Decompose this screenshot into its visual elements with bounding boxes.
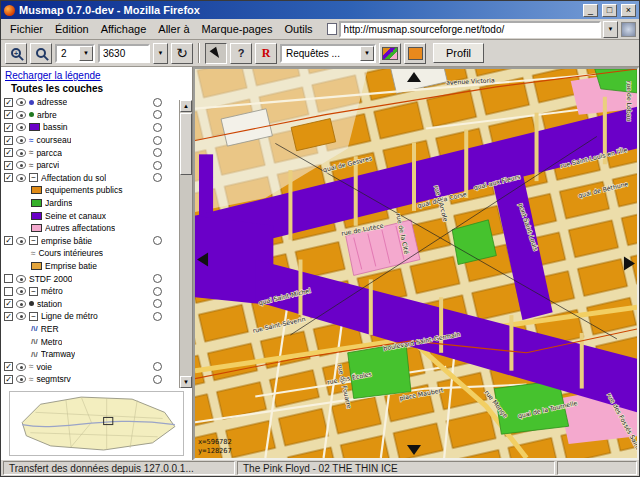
layer-checkbox[interactable] — [4, 274, 13, 283]
eye-icon[interactable] — [16, 300, 26, 308]
layer-radio[interactable] — [153, 110, 162, 119]
legend-subitem[interactable]: Seine et canaux — [1, 209, 178, 222]
layer-checkbox[interactable] — [4, 287, 13, 296]
layer-row[interactable]: STDF 2000 — [1, 272, 178, 285]
url-history-dropdown[interactable]: ▼ — [603, 21, 618, 38]
overview-minimap[interactable] — [9, 391, 184, 456]
layer-checkbox[interactable]: ✓ — [4, 148, 13, 157]
scrollbar-thumb[interactable] — [180, 113, 192, 175]
eye-icon[interactable] — [16, 174, 26, 182]
layer-checkbox[interactable]: ✓ — [4, 123, 13, 132]
maximize-button[interactable]: □ — [602, 4, 617, 17]
layer-radio[interactable] — [153, 148, 162, 157]
menu-marque-pages[interactable]: Marque-pages — [196, 21, 279, 37]
eye-icon[interactable] — [16, 136, 26, 144]
layer-row[interactable]: ✓≈parcca — [1, 146, 178, 159]
overview-map-button[interactable] — [379, 43, 401, 64]
layer-checkbox[interactable]: ✓ — [4, 110, 13, 119]
scale-dropdown-button[interactable]: ▼ — [153, 43, 168, 64]
minimize-button[interactable]: _ — [583, 4, 598, 17]
layer-checkbox[interactable]: ✓ — [4, 362, 13, 371]
layer-radio[interactable] — [153, 161, 162, 170]
eye-icon[interactable] — [16, 275, 26, 283]
layer-row[interactable]: ✓station — [1, 298, 178, 311]
eye-icon[interactable] — [16, 363, 26, 371]
eye-icon[interactable] — [16, 375, 26, 383]
menu-affichage[interactable]: Affichage — [95, 21, 153, 37]
layer-radio[interactable] — [153, 136, 162, 145]
eye-icon[interactable] — [16, 287, 26, 295]
expand-toggle-icon[interactable]: − — [29, 236, 38, 245]
layer-row[interactable]: ✓−emprise bâtie — [1, 235, 178, 248]
layer-row[interactable]: ✓−Affectation du sol — [1, 172, 178, 185]
layer-row[interactable]: ✓≈parcvi — [1, 159, 178, 172]
menu-aller-a[interactable]: Aller à — [152, 21, 195, 37]
layer-radio[interactable] — [153, 362, 162, 371]
eye-icon[interactable] — [16, 111, 26, 119]
eye-icon[interactable] — [16, 312, 26, 320]
reload-map-button[interactable]: ↻ — [171, 43, 193, 64]
help-tool-button[interactable]: ? — [230, 43, 252, 64]
legend-subitem[interactable]: /\/RER — [1, 323, 178, 336]
layer-checkbox[interactable]: ✓ — [4, 173, 13, 182]
expand-toggle-icon[interactable]: − — [29, 173, 38, 182]
legend-subitem[interactable]: /\/Tramway — [1, 348, 178, 361]
query-tool-button[interactable]: R — [255, 43, 277, 64]
eye-icon[interactable] — [16, 149, 26, 157]
layer-checkbox[interactable]: ✓ — [4, 98, 13, 107]
layer-checkbox[interactable]: ✓ — [4, 236, 13, 245]
layer-checkbox[interactable]: ✓ — [4, 136, 13, 145]
expand-toggle-icon[interactable]: − — [29, 312, 38, 321]
layer-checkbox[interactable]: ✓ — [4, 161, 13, 170]
layer-radio[interactable] — [153, 287, 162, 296]
legend-subitem[interactable]: Autres affectations — [1, 222, 178, 235]
layer-radio[interactable] — [153, 274, 162, 283]
zoom-level-select[interactable]: 2 ▼ — [55, 44, 95, 63]
layer-row[interactable]: ✓−Ligne de métro — [1, 310, 178, 323]
url-input[interactable] — [339, 21, 601, 38]
legend-subitem[interactable]: Jardins — [1, 197, 178, 210]
layer-checkbox[interactable]: ✓ — [4, 312, 13, 321]
layer-row[interactable]: ✓arbre — [1, 109, 178, 122]
layer-radio[interactable] — [153, 375, 162, 384]
map-canvas[interactable]: avenue Victoriarue de Lobauquai de Gesvr… — [193, 67, 639, 460]
layer-row[interactable]: −métro — [1, 285, 178, 298]
scale-input[interactable] — [98, 44, 150, 63]
scroll-down-icon[interactable]: ▼ — [180, 376, 192, 388]
zoom-page-button[interactable] — [30, 43, 52, 64]
zoom-in-button[interactable]: + — [5, 43, 27, 64]
close-button[interactable]: × — [621, 4, 636, 17]
reload-legend-link[interactable]: Recharger la légende — [1, 67, 192, 82]
legend-subitem[interactable]: ≈Cours intérieures — [1, 247, 178, 260]
legend-subitem[interactable]: Emprise batie — [1, 260, 178, 273]
eye-icon[interactable] — [16, 123, 26, 131]
layer-row[interactable]: ✓adresse — [1, 96, 178, 109]
scroll-up-icon[interactable]: ▲ — [180, 100, 192, 112]
legend-subitem[interactable]: /\/Metro — [1, 335, 178, 348]
legend-subitem[interactable]: equipements publics — [1, 184, 178, 197]
eye-icon[interactable] — [16, 98, 26, 106]
layer-radio[interactable] — [153, 299, 162, 308]
layer-row[interactable]: ✓bassin — [1, 121, 178, 134]
sidebar-scrollbar[interactable]: ▲ ▼ — [179, 100, 192, 388]
layer-checkbox[interactable]: ✓ — [4, 299, 13, 308]
layer-row[interactable]: ✓≈voie — [1, 360, 178, 373]
layer-radio[interactable] — [153, 312, 162, 321]
expand-toggle-icon[interactable]: − — [29, 287, 38, 296]
layer-color-button[interactable] — [404, 43, 426, 64]
layer-checkbox[interactable]: ✓ — [4, 375, 13, 384]
layer-row[interactable]: ✓≈courseau — [1, 134, 178, 147]
layer-radio[interactable] — [153, 236, 162, 245]
profil-button[interactable]: Profil — [433, 43, 484, 63]
menu-edition[interactable]: Édition — [49, 21, 95, 37]
requetes-select[interactable]: Requêtes ... ▼ — [280, 44, 376, 63]
layer-radio[interactable] — [153, 123, 162, 132]
menu-outils[interactable]: Outils — [278, 21, 318, 37]
menu-fichier[interactable]: Fichier — [4, 21, 49, 37]
layer-row[interactable]: ✓≈segmtsrv — [1, 373, 178, 386]
layer-radio[interactable] — [153, 173, 162, 182]
eye-icon[interactable] — [16, 161, 26, 169]
layer-radio[interactable] — [153, 98, 162, 107]
pointer-tool-button[interactable] — [205, 43, 227, 64]
eye-icon[interactable] — [16, 237, 26, 245]
